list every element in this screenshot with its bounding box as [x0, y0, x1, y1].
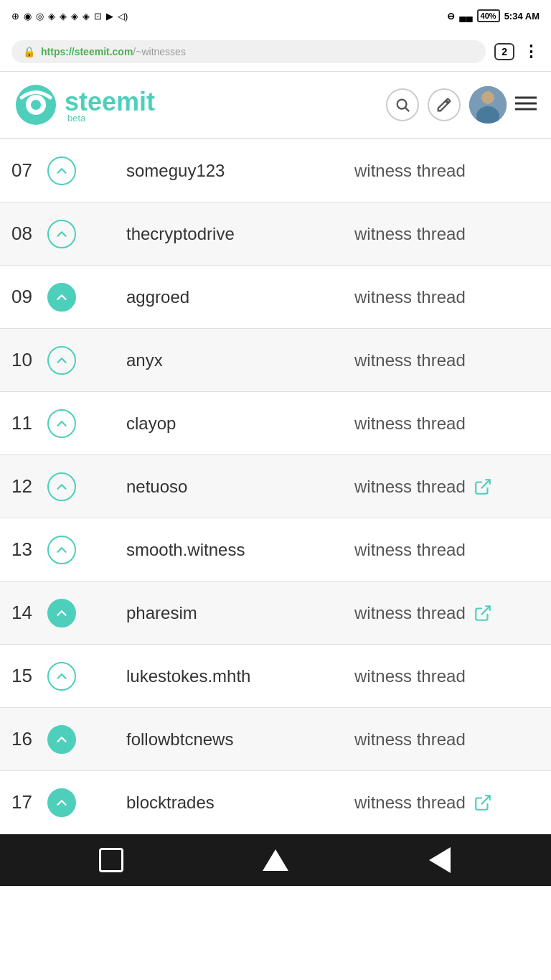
vote-button[interactable]	[47, 536, 76, 564]
rank-col: 07	[0, 148, 115, 194]
recent-apps-icon	[99, 848, 123, 872]
thread-label: witness thread	[354, 540, 466, 560]
vote-button[interactable]	[47, 788, 76, 817]
vote-button[interactable]	[47, 599, 76, 627]
rank-col: 17	[0, 780, 115, 826]
add-icon: ⊕	[11, 11, 19, 22]
steemit-logo-icon	[14, 83, 57, 126]
rank-col: 14	[0, 590, 115, 636]
svg-line-12	[481, 606, 490, 615]
witness-thread[interactable]: witness thread	[343, 215, 551, 253]
witness-thread[interactable]: witness thread	[343, 784, 551, 821]
dnd-icon: ⊖	[447, 11, 455, 22]
witness-thread[interactable]: witness thread	[343, 658, 551, 695]
table-row: 15 lukestokes.mhth witness thread	[0, 645, 551, 708]
witness-thread[interactable]: witness thread	[343, 721, 551, 758]
rank-number: 15	[11, 665, 40, 687]
thread-label: witness thread	[354, 666, 466, 686]
witness-thread[interactable]: witness thread	[343, 531, 551, 569]
chrome-icon: ◉	[24, 11, 32, 22]
thread-label: witness thread	[354, 603, 466, 623]
witness-name[interactable]: followbtcnews	[115, 721, 343, 758]
witness-name[interactable]: lukestokes.mhth	[115, 658, 343, 695]
search-icon	[395, 97, 410, 113]
thread-label: witness thread	[354, 350, 466, 370]
vote-button[interactable]	[47, 157, 76, 185]
url-protocol: https://	[41, 46, 75, 57]
witness-name[interactable]: thecryptodrive	[115, 215, 343, 253]
app-header: steemit beta	[0, 72, 551, 139]
table-row: 16 followbtcnews witness thread	[0, 708, 551, 771]
thread-label: witness thread	[354, 729, 466, 750]
edit-button[interactable]	[428, 88, 461, 121]
vote-button[interactable]	[47, 725, 76, 754]
external-link-icon[interactable]	[473, 477, 493, 497]
rank-number: 13	[11, 538, 40, 561]
browser-bar: 🔒 https://steemit.com/~witnesses 2 ⋮	[0, 32, 551, 72]
edit-icon	[436, 97, 452, 113]
volume-icon: ◁)	[118, 11, 128, 22]
rank-number: 11	[11, 412, 40, 434]
lock-icon: 🔒	[23, 46, 35, 57]
rank-number: 10	[11, 349, 40, 371]
rank-number: 16	[11, 728, 40, 750]
recent-apps-button[interactable]	[93, 842, 129, 878]
witness-thread[interactable]: witness thread	[343, 594, 551, 632]
witness-thread[interactable]: witness thread	[343, 405, 551, 442]
logo-text-wrap: steemit beta	[65, 87, 155, 123]
home-button[interactable]	[258, 842, 293, 878]
back-button[interactable]	[422, 842, 458, 878]
signal-icon: ▄▄	[459, 11, 472, 22]
witness-name[interactable]: clayop	[115, 405, 343, 442]
vote-button[interactable]	[47, 346, 76, 375]
youtube-icon: ▶	[106, 11, 113, 22]
witness-list: 07 someguy123 witness thread 08 thecrypt…	[0, 139, 551, 834]
avatar-button[interactable]	[469, 86, 507, 123]
rank-number: 09	[11, 286, 40, 308]
witness-name[interactable]: someguy123	[115, 152, 343, 190]
status-bar-icons: ⊕ ◉ ◎ ◈ ◈ ◈ ◈ ⊡ ▶ ◁)	[11, 11, 128, 22]
svg-line-13	[481, 795, 490, 804]
hamburger-button[interactable]	[515, 94, 537, 116]
svg-line-4	[405, 108, 409, 111]
table-row: 07 someguy123 witness thread	[0, 139, 551, 202]
avatar-image	[469, 86, 507, 123]
header-actions	[386, 86, 537, 123]
rank-col: 11	[0, 401, 115, 447]
vote-button[interactable]	[47, 409, 76, 438]
table-row: 10 anyx witness thread	[0, 329, 551, 392]
witness-name[interactable]: aggroed	[115, 279, 343, 316]
browser-menu-button[interactable]: ⋮	[523, 42, 540, 61]
tab-count[interactable]: 2	[494, 43, 514, 60]
vote-button[interactable]	[47, 472, 76, 501]
table-row: 14 pharesim witness thread	[0, 582, 551, 645]
url-bar[interactable]: 🔒 https://steemit.com/~witnesses	[11, 40, 486, 63]
rank-col: 16	[0, 717, 115, 762]
vote-button[interactable]	[47, 220, 76, 248]
witness-name[interactable]: netuoso	[115, 468, 343, 505]
search-button[interactable]	[386, 88, 419, 121]
witness-name[interactable]: smooth.witness	[115, 531, 343, 569]
table-row: 12 netuoso witness thread	[0, 455, 551, 518]
thread-label: witness thread	[354, 793, 466, 813]
witness-name[interactable]: pharesim	[115, 594, 343, 632]
gallery-icon: ⊡	[94, 11, 102, 22]
witness-thread[interactable]: witness thread	[343, 152, 551, 190]
status-bar: ⊕ ◉ ◎ ◈ ◈ ◈ ◈ ⊡ ▶ ◁) ⊖ ▄▄ 40% 5:34 AM	[0, 0, 551, 32]
thread-label: witness thread	[354, 287, 466, 307]
home-icon	[263, 849, 288, 871]
battery-icon: 40%	[477, 9, 500, 22]
witness-name[interactable]: anyx	[115, 342, 343, 379]
external-link-icon[interactable]	[473, 793, 493, 813]
rank-col: 12	[0, 464, 115, 510]
vote-button[interactable]	[47, 662, 76, 691]
whatsapp-icon: ◎	[36, 11, 44, 22]
witness-name[interactable]: blocktrades	[115, 784, 343, 821]
url-path: /~witnesses	[133, 46, 186, 57]
witness-thread[interactable]: witness thread	[343, 279, 551, 316]
witness-thread[interactable]: witness thread	[343, 342, 551, 379]
status-bar-right: ⊖ ▄▄ 40% 5:34 AM	[447, 9, 540, 22]
vote-button[interactable]	[47, 283, 76, 312]
external-link-icon[interactable]	[473, 603, 493, 623]
witness-thread[interactable]: witness thread	[343, 468, 551, 505]
